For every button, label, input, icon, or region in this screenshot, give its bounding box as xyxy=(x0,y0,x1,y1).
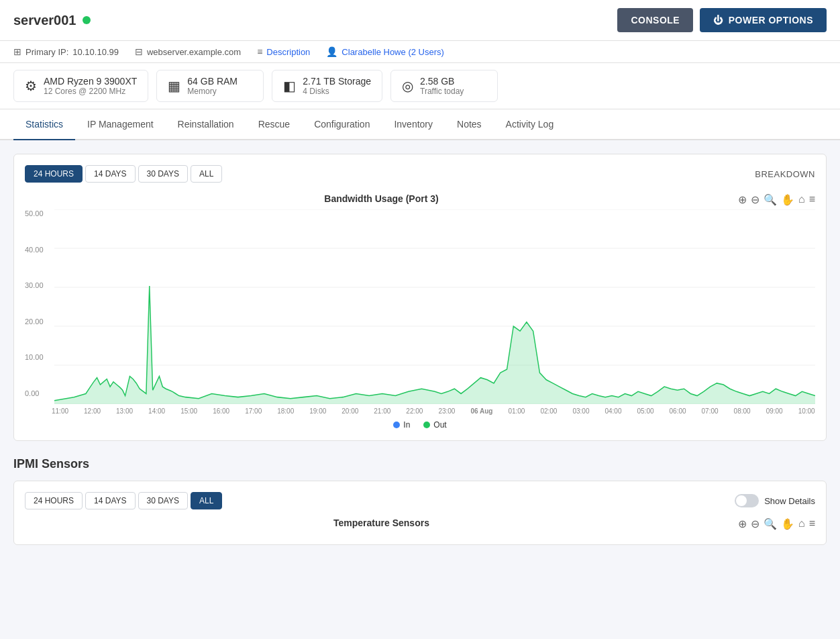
user-link[interactable]: Clarabelle Howe (2 Users) xyxy=(342,47,443,57)
hostname: webserver.example.com xyxy=(147,47,241,57)
tab-rescue[interactable]: Rescue xyxy=(246,109,302,140)
description-link[interactable]: Description xyxy=(266,47,310,57)
home-icon[interactable]: ⌂ xyxy=(798,193,805,206)
ipmi-14d-btn[interactable]: 14 DAYS xyxy=(85,492,135,509)
power-label: POWER OPTIONS xyxy=(729,15,813,26)
bandwidth-14d-btn[interactable]: 14 DAYS xyxy=(85,165,135,183)
ipmi-home-icon[interactable]: ⌂ xyxy=(798,518,805,530)
ipmi-30d-btn[interactable]: 30 DAYS xyxy=(138,492,188,509)
tab-notes[interactable]: Notes xyxy=(445,109,494,140)
legend-out-label: Out xyxy=(433,420,446,430)
ipmi-zoom-out-icon[interactable]: ⊖ xyxy=(751,518,759,530)
pan-icon[interactable]: ✋ xyxy=(781,193,794,206)
cpu-model: AMD Ryzen 9 3900XT xyxy=(44,76,137,87)
storage-icon: ◧ xyxy=(283,78,296,94)
cpu-cores: 12 Cores @ 2200 MHz xyxy=(44,87,137,96)
user-icon: 👤 xyxy=(326,46,337,57)
tab-statistics[interactable]: Statistics xyxy=(13,109,75,140)
show-details: Show Details xyxy=(735,494,815,507)
menu-icon[interactable]: ≡ xyxy=(809,193,815,206)
ipmi-header: 24 HOURS 14 DAYS 30 DAYS ALL Show Detail… xyxy=(25,492,815,509)
tab-activity-log[interactable]: Activity Log xyxy=(494,109,566,140)
tab-ip-management[interactable]: IP Management xyxy=(75,109,166,140)
ip-label: Primary IP: xyxy=(25,47,68,57)
ipmi-chart-toolbar: ⊕ ⊖ 🔍 ✋ ⌂ ≡ xyxy=(738,518,815,530)
ipmi-menu-icon[interactable]: ≡ xyxy=(809,518,815,530)
power-icon: ⏻ xyxy=(713,15,723,26)
bandwidth-all-btn[interactable]: ALL xyxy=(191,165,222,183)
primary-ip: ⊞ Primary IP: 10.10.10.99 xyxy=(13,46,119,57)
search-icon[interactable]: 🔍 xyxy=(764,193,777,206)
spec-ram: ▦ 64 GB RAM Memory xyxy=(156,70,264,102)
chart-toolbar: ⊕ ⊖ 🔍 ✋ ⌂ ≡ xyxy=(738,193,815,206)
traffic-amount: 2.58 GB xyxy=(420,76,464,87)
tab-reinstallation[interactable]: Reinstallation xyxy=(166,109,246,140)
ipmi-section: IPMI Sensors 24 HOURS 14 DAYS 30 DAYS AL… xyxy=(13,457,827,545)
storage-disks: 4 Disks xyxy=(303,87,371,96)
ipmi-chart-title: Temperature Sensors xyxy=(25,518,738,528)
ipmi-search-icon[interactable]: 🔍 xyxy=(764,518,777,530)
tab-configuration[interactable]: Configuration xyxy=(302,109,382,140)
zoom-in-icon[interactable]: ⊕ xyxy=(738,193,747,206)
ipmi-container: 24 HOURS 14 DAYS 30 DAYS ALL Show Detail… xyxy=(13,481,827,545)
bandwidth-30d-btn[interactable]: 30 DAYS xyxy=(138,165,188,183)
tab-inventory[interactable]: Inventory xyxy=(382,109,445,140)
power-options-button[interactable]: ⏻ POWER OPTIONS xyxy=(700,8,827,32)
cpu-icon: ⚙ xyxy=(25,78,37,94)
spec-storage: ◧ 2.71 TB Storage 4 Disks xyxy=(272,70,382,102)
server-specs: ⚙ AMD Ryzen 9 3900XT 12 Cores @ 2200 MHz… xyxy=(0,63,840,109)
user-extra: (2 Users) xyxy=(408,47,443,57)
tabs-bar: Statistics IP Management Reinstallation … xyxy=(0,109,840,140)
x-axis-labels: 11:00 12:00 13:00 14:00 15:00 16:00 17:0… xyxy=(25,407,815,415)
ipmi-title: IPMI Sensors xyxy=(13,457,827,471)
chart-controls: 24 HOURS 14 DAYS 30 DAYS ALL BREAKDOWN xyxy=(25,165,815,183)
server-title: server001 xyxy=(13,13,91,28)
legend-in-dot xyxy=(393,422,400,428)
bandwidth-time-buttons: 24 HOURS 14 DAYS 30 DAYS ALL xyxy=(25,165,222,183)
legend-out: Out xyxy=(423,420,446,430)
bandwidth-24h-btn[interactable]: 24 HOURS xyxy=(25,165,83,183)
top-bar: server001 CONSOLE ⏻ POWER OPTIONS xyxy=(0,0,840,41)
chart-legend: In Out xyxy=(25,420,815,430)
server-meta: ⊞ Primary IP: 10.10.10.99 ⊟ webserver.ex… xyxy=(0,41,840,63)
legend-in: In xyxy=(393,420,410,430)
bandwidth-chart-wrapper: 50.00 40.00 30.00 20.00 10.00 0.00 xyxy=(25,209,815,406)
console-button[interactable]: CONSOLE xyxy=(617,8,693,32)
spec-cpu: ⚙ AMD Ryzen 9 3900XT 12 Cores @ 2200 MHz xyxy=(13,70,148,102)
legend-out-dot xyxy=(423,422,430,428)
ipmi-time-buttons: 24 HOURS 14 DAYS 30 DAYS ALL xyxy=(25,492,222,509)
ipmi-all-btn[interactable]: ALL xyxy=(191,492,222,509)
breakdown-label: BREAKDOWN xyxy=(755,169,815,179)
server-name: server001 xyxy=(13,13,76,28)
storage-size: 2.71 TB Storage xyxy=(303,76,371,87)
ip-value: 10.10.10.99 xyxy=(72,47,119,57)
ip-icon: ⊞ xyxy=(13,46,21,57)
y-axis-labels: 50.00 40.00 30.00 20.00 10.00 0.00 xyxy=(25,209,52,397)
user-name: Clarabelle Howe xyxy=(342,47,405,57)
status-indicator xyxy=(83,16,91,24)
ipmi-pan-icon[interactable]: ✋ xyxy=(781,518,794,530)
legend-in-label: In xyxy=(403,420,410,430)
bandwidth-chart-title: Bandwidth Usage (Port 3) xyxy=(25,193,738,204)
ipmi-24h-btn[interactable]: 24 HOURS xyxy=(25,492,83,509)
user-item[interactable]: 👤 Clarabelle Howe (2 Users) xyxy=(326,46,443,57)
out-area xyxy=(54,286,815,404)
show-details-label: Show Details xyxy=(764,496,815,506)
ram-size: 64 GB RAM xyxy=(187,76,238,87)
ram-icon: ▦ xyxy=(168,78,180,94)
hostname-item: ⊟ webserver.example.com xyxy=(135,46,241,57)
ram-label: Memory xyxy=(187,87,238,96)
out-line xyxy=(54,286,815,401)
traffic-icon: ◎ xyxy=(402,78,413,94)
description-icon: ≡ xyxy=(257,46,262,57)
main-content: 24 HOURS 14 DAYS 30 DAYS ALL BREAKDOWN B… xyxy=(0,140,840,558)
description-item[interactable]: ≡ Description xyxy=(257,46,310,57)
traffic-label: Traffic today xyxy=(420,87,464,96)
zoom-out-icon[interactable]: ⊖ xyxy=(751,193,759,206)
bandwidth-chart-container: 24 HOURS 14 DAYS 30 DAYS ALL BREAKDOWN B… xyxy=(13,154,827,441)
top-buttons: CONSOLE ⏻ POWER OPTIONS xyxy=(617,8,827,32)
hostname-icon: ⊟ xyxy=(135,46,143,57)
spec-traffic: ◎ 2.58 GB Traffic today xyxy=(390,70,498,102)
show-details-toggle[interactable] xyxy=(735,494,759,507)
ipmi-zoom-in-icon[interactable]: ⊕ xyxy=(738,518,747,530)
